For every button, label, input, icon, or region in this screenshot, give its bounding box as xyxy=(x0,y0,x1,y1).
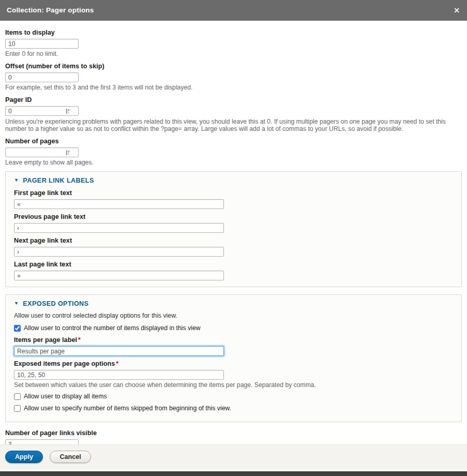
form-item-items-to-display: Items to display Enter 0 for no limit. xyxy=(5,29,462,57)
items-per-page-label-input[interactable] xyxy=(14,346,224,356)
modal-header: Collection: Pager options ✕ xyxy=(0,0,467,21)
pager-id-label: Pager ID xyxy=(5,96,462,104)
page-background-strip xyxy=(0,471,467,476)
pager-links-visible-label: Number of pager links visible xyxy=(5,429,462,437)
display-all-checkbox-label: Allow user to display all items xyxy=(24,393,107,400)
number-spinner-icon[interactable] xyxy=(66,108,70,114)
offset-input[interactable] xyxy=(5,72,79,82)
next-page-link-label: Next page link text xyxy=(14,237,453,245)
collapse-arrow-icon: ▼ xyxy=(14,301,19,306)
pager-link-labels-legend-text: PAGER LINK LABELS xyxy=(23,177,94,184)
last-page-link-label: Last page link text xyxy=(14,261,453,269)
close-icon[interactable]: ✕ xyxy=(446,0,467,21)
exposed-options-legend-text: EXPOSED OPTIONS xyxy=(23,300,88,307)
first-page-link-label: First page link text xyxy=(14,189,453,197)
modal-title: Collection: Pager options xyxy=(0,0,467,21)
fieldset-exposed-options: ▼ EXPOSED OPTIONS Allow user to control … xyxy=(5,294,462,422)
modal-body: Items to display Enter 0 for no limit. O… xyxy=(0,21,467,458)
form-item-exposed-items-options: Exposed items per page options* Set betw… xyxy=(14,360,453,389)
items-to-display-label: Items to display xyxy=(5,29,462,37)
form-item-pager-id: Pager ID Unless you're experiencing prob… xyxy=(5,96,462,132)
exposed-options-intro: Allow user to control selected display o… xyxy=(14,313,453,319)
offset-label: Offset (number of items to skip) xyxy=(5,63,462,70)
pager-link-labels-legend[interactable]: ▼ PAGER LINK LABELS xyxy=(14,177,453,184)
pager-options-modal: Collection: Pager options ✕ Items to dis… xyxy=(0,0,467,476)
checkbox-row-control-items[interactable]: Allow user to control the number of item… xyxy=(14,324,453,332)
collapse-arrow-icon: ▼ xyxy=(14,177,19,183)
form-item-first-page-link: First page link text xyxy=(14,189,453,209)
pager-id-description: Unless you're experiencing problems with… xyxy=(5,118,460,132)
control-items-checkbox[interactable] xyxy=(14,325,21,332)
exposed-items-options-label: Exposed items per page options* xyxy=(14,360,453,368)
exposed-items-options-description: Set between which values the user can ch… xyxy=(14,382,453,389)
required-asterisk: * xyxy=(116,360,118,367)
control-items-checkbox-label: Allow user to control the number of item… xyxy=(24,324,201,332)
items-to-display-input[interactable] xyxy=(5,39,79,49)
form-item-previous-page-link: Previous page link text xyxy=(14,213,453,233)
apply-button[interactable]: Apply xyxy=(5,451,43,463)
last-page-link-input[interactable] xyxy=(14,271,224,280)
first-page-link-input[interactable] xyxy=(14,199,224,209)
form-item-last-page-link: Last page link text xyxy=(14,261,453,280)
skip-items-checkbox-label: Allow user to specify number of items sk… xyxy=(24,405,231,412)
exposed-options-legend[interactable]: ▼ EXPOSED OPTIONS xyxy=(14,300,453,307)
offset-description: For example, set this to 3 and the first… xyxy=(5,84,462,91)
form-item-next-page-link: Next page link text xyxy=(14,237,453,257)
form-item-number-of-pages: Number of pages Leave empty to show all … xyxy=(5,138,462,166)
previous-page-link-label: Previous page link text xyxy=(14,213,453,221)
required-asterisk: * xyxy=(78,336,81,344)
form-item-items-per-page-label: Items per page label* xyxy=(14,336,453,356)
items-to-display-description: Enter 0 for no limit. xyxy=(5,51,462,57)
display-all-checkbox[interactable] xyxy=(14,393,21,400)
number-of-pages-description: Leave empty to show all pages. xyxy=(5,159,462,166)
number-spinner-icon[interactable] xyxy=(66,150,70,156)
skip-items-checkbox[interactable] xyxy=(14,405,21,412)
modal-footer: Apply Cancel xyxy=(0,444,467,470)
fieldset-pager-link-labels: ▼ PAGER LINK LABELS First page link text… xyxy=(5,171,462,287)
checkbox-row-display-all[interactable]: Allow user to display all items xyxy=(14,393,453,400)
checkbox-row-skip-items[interactable]: Allow user to specify number of items sk… xyxy=(14,405,453,412)
previous-page-link-input[interactable] xyxy=(14,223,224,233)
items-per-page-label-label: Items per page label* xyxy=(14,336,453,344)
form-item-offset: Offset (number of items to skip) For exa… xyxy=(5,63,462,91)
next-page-link-input[interactable] xyxy=(14,247,224,257)
cancel-button[interactable]: Cancel xyxy=(50,451,91,463)
number-of-pages-label: Number of pages xyxy=(5,138,462,145)
exposed-items-options-input[interactable] xyxy=(14,370,224,380)
